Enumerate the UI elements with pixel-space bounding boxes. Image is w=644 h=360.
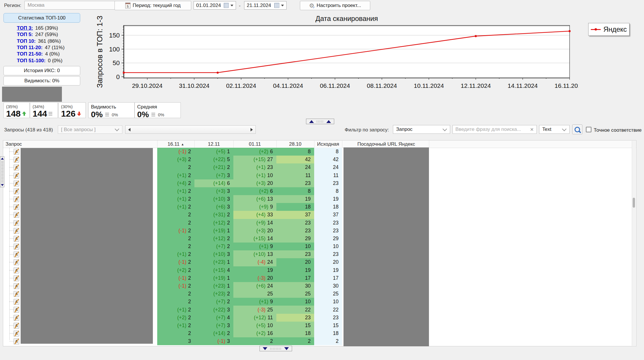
stat-top51-100[interactable]: ТОП 51-100:0 (0%) — [17, 57, 84, 64]
initial-position-cell[interactable]: 29 — [314, 235, 342, 243]
table-collapse-handle[interactable] — [260, 346, 292, 351]
position-cell[interactable]: (+2)6 — [233, 187, 276, 195]
calendar-grid-icon[interactable] — [224, 3, 229, 8]
position-cell[interactable]: (+2)6 — [233, 148, 276, 156]
position-cell[interactable]: 15 — [276, 322, 314, 329]
initial-position-cell[interactable]: 23 — [314, 179, 342, 187]
position-cell[interactable]: (+1)9 — [233, 298, 276, 306]
column-header-date1[interactable]: 16.11▲ — [157, 140, 194, 148]
period-button[interactable]: 5 Период: текущий год — [115, 1, 191, 10]
position-cell[interactable]: 2 — [276, 337, 314, 345]
position-cell[interactable]: (+7)4 — [194, 314, 233, 322]
initial-position-cell[interactable]: 2 — [314, 337, 342, 345]
position-cell[interactable]: (+1)2 — [157, 250, 194, 258]
position-cell[interactable]: (+3)2 — [157, 156, 194, 163]
query-icon[interactable]: A — [14, 196, 19, 202]
position-cell[interactable]: 19 — [276, 266, 314, 274]
position-cell[interactable]: (+6)13 — [233, 195, 276, 203]
initial-position-cell[interactable]: 25 — [314, 290, 342, 298]
position-cell[interactable]: 2 — [157, 163, 194, 171]
iks-history-button[interactable]: История ИКС: 0 — [3, 66, 80, 75]
column-header-query[interactable]: Запрос — [6, 140, 22, 148]
position-cell[interactable]: (+21)2 — [194, 163, 233, 171]
position-cell[interactable]: (-1)2 — [157, 282, 194, 290]
position-cell[interactable]: 19 — [233, 266, 276, 274]
chart-collapse-handle[interactable] — [306, 119, 334, 124]
position-cell[interactable]: (+23)1 — [194, 282, 233, 290]
position-cell[interactable]: (+22)5 — [194, 156, 233, 163]
position-cell[interactable]: 18 — [276, 203, 314, 211]
match-type-select[interactable]: Text — [539, 125, 570, 134]
position-cell[interactable]: 18 — [276, 329, 314, 337]
position-cell[interactable]: (+1)2 — [157, 172, 194, 179]
position-cell[interactable]: 37 — [276, 211, 314, 219]
initial-position-cell[interactable]: 23 — [314, 219, 342, 227]
configure-project-button[interactable]: ⚙ Настроить проект... — [300, 1, 370, 10]
query-icon[interactable]: A — [14, 323, 19, 329]
position-cell[interactable]: 2 — [157, 290, 194, 298]
column-header-date2[interactable]: 12.11 — [194, 140, 233, 148]
position-cell[interactable]: (-4)24 — [233, 258, 276, 266]
query-icon[interactable]: A — [14, 299, 19, 305]
position-cell[interactable]: (+9)9 — [233, 203, 276, 211]
position-cell[interactable]: (+12)2 — [194, 235, 233, 243]
tree-mini-scrollbar[interactable] — [0, 156, 4, 187]
initial-position-cell[interactable]: 18 — [314, 329, 342, 337]
filter-field-select[interactable]: Запрос — [393, 125, 450, 134]
initial-position-cell[interactable]: 42 — [314, 156, 342, 163]
position-cell[interactable]: (+2)2 — [157, 266, 194, 274]
query-icon[interactable]: A — [14, 259, 19, 265]
position-cell[interactable]: 23 — [276, 179, 314, 187]
initial-position-cell[interactable]: 23 — [314, 314, 342, 322]
column-header-initial[interactable]: Исходная — [314, 140, 342, 148]
position-cell[interactable]: 2 — [233, 337, 276, 345]
position-cell[interactable]: (+1)23 — [233, 163, 276, 171]
position-cell[interactable]: (+1)2 — [157, 203, 194, 211]
initial-position-cell[interactable]: 18 — [314, 203, 342, 211]
query-icon[interactable]: A — [14, 252, 19, 257]
position-cell[interactable]: 11 — [276, 172, 314, 179]
position-cell[interactable]: (-1)2 — [157, 148, 194, 156]
position-cell[interactable]: 23 — [276, 227, 314, 235]
vertical-scrollbar[interactable] — [632, 141, 636, 346]
position-cell[interactable]: 2 — [157, 243, 194, 250]
position-cell[interactable]: 23 — [276, 314, 314, 322]
position-cell[interactable]: (-1)2 — [157, 274, 194, 282]
position-cell[interactable]: 10 — [276, 243, 314, 250]
query-icon[interactable]: A — [14, 188, 19, 194]
query-icon[interactable]: A — [14, 244, 19, 249]
initial-position-cell[interactable]: 23 — [314, 250, 342, 258]
initial-position-cell[interactable]: 15 — [314, 322, 342, 329]
query-icon[interactable]: A — [14, 157, 19, 163]
position-cell[interactable]: 30 — [276, 282, 314, 290]
query-icon[interactable]: A — [14, 236, 19, 242]
calendar-dropdown-icon[interactable] — [281, 5, 284, 8]
position-cell[interactable]: (+31)2 — [194, 211, 233, 219]
query-icon[interactable]: A — [14, 283, 19, 289]
calendar-grid-icon[interactable] — [274, 3, 279, 8]
position-cell[interactable]: 17 — [276, 274, 314, 282]
position-cell[interactable]: (+12)2 — [194, 219, 233, 227]
position-cell[interactable]: (+19)1 — [194, 274, 233, 282]
position-cell[interactable]: (+4)2 — [157, 179, 194, 187]
position-cell[interactable]: (+1)2 — [157, 195, 194, 203]
position-cell[interactable]: 8 — [276, 148, 314, 156]
query-icon[interactable]: A — [14, 220, 19, 226]
position-cell[interactable]: (+6)24 — [233, 282, 276, 290]
stats-top100-button[interactable]: Статистика ТОП-100 — [3, 13, 80, 23]
position-cell[interactable]: (+2)16 — [233, 329, 276, 337]
position-cell[interactable]: 29 — [276, 235, 314, 243]
position-cell[interactable]: (+7)3 — [194, 172, 233, 179]
position-cell[interactable]: 8 — [276, 187, 314, 195]
exact-match-checkbox[interactable] — [586, 127, 591, 132]
position-cell[interactable]: 22 — [276, 306, 314, 313]
position-cell[interactable]: (+1)2 — [157, 187, 194, 195]
query-icon[interactable]: A — [14, 338, 19, 344]
position-cell[interactable]: (+1)9 — [233, 243, 276, 250]
initial-position-cell[interactable]: 22 — [314, 306, 342, 313]
position-cell[interactable]: (+10)3 — [194, 195, 233, 203]
position-cell[interactable]: (-1)2 — [157, 227, 194, 235]
scroll-right-icon[interactable] — [251, 128, 253, 131]
position-cell[interactable]: (+10)3 — [194, 250, 233, 258]
position-cell[interactable]: (+2)2 — [157, 314, 194, 322]
